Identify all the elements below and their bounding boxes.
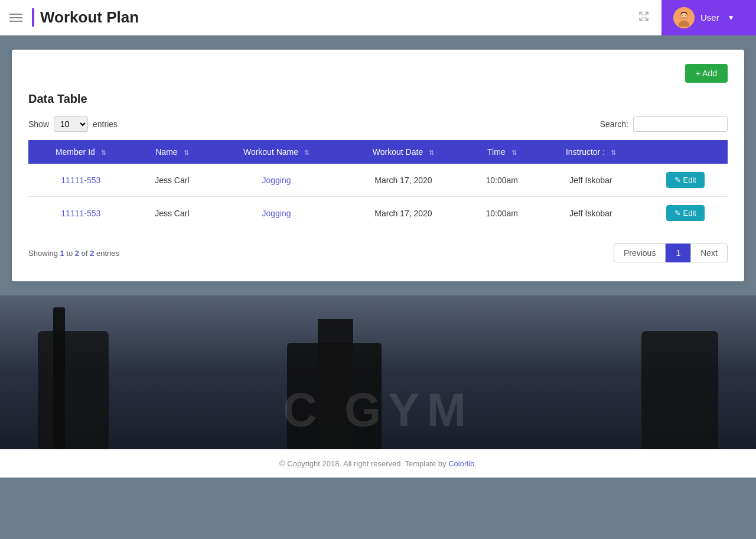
main-content: + Add Data Table Show 10 25 50 100 entri… bbox=[0, 35, 756, 449]
cell-instructor: Jeff Iskobar bbox=[539, 197, 643, 230]
showing-text: Showing 1 to 2 of 2 entries bbox=[28, 249, 119, 258]
col-member-id[interactable]: Member Id ⇅ bbox=[28, 140, 133, 164]
sort-icon-workout-name: ⇅ bbox=[304, 149, 309, 157]
cell-instructor: Jeff Iskobar bbox=[539, 164, 643, 197]
showing-of-label: of bbox=[82, 249, 90, 258]
col-instructor[interactable]: Instructor : ⇅ bbox=[539, 140, 643, 164]
table-row: 11111-553 Jess Carl Jogging March 17, 20… bbox=[28, 164, 728, 197]
next-button[interactable]: Next bbox=[690, 243, 728, 262]
previous-button[interactable]: Previous bbox=[614, 243, 666, 262]
user-menu[interactable]: User ▼ bbox=[662, 0, 756, 35]
col-workout-name[interactable]: Workout Name ⇅ bbox=[211, 140, 342, 164]
cell-member-id: 11111-553 bbox=[28, 164, 133, 197]
page-1-button[interactable]: 1 bbox=[666, 243, 690, 262]
svg-point-5 bbox=[685, 15, 686, 16]
sort-icon-workout-date: ⇅ bbox=[429, 149, 434, 157]
cell-workout-name: Jogging bbox=[211, 164, 342, 197]
col-name[interactable]: Name ⇅ bbox=[133, 140, 211, 164]
col-time[interactable]: Time ⇅ bbox=[465, 140, 539, 164]
page-title: Workout Plan bbox=[32, 8, 139, 27]
showing-to-label: to bbox=[66, 249, 74, 258]
edit-button-0[interactable]: ✎ Edit bbox=[666, 172, 705, 188]
chevron-down-icon: ▼ bbox=[728, 14, 735, 22]
sort-icon-time: ⇅ bbox=[511, 149, 517, 157]
table-body: 11111-553 Jess Carl Jogging March 17, 20… bbox=[28, 164, 728, 229]
cell-workout-date: March 17, 2020 bbox=[342, 164, 465, 197]
cell-name: Jess Carl bbox=[133, 197, 211, 230]
header: Workout Plan User ▼ bbox=[0, 0, 756, 35]
card-toolbar: + Add bbox=[28, 64, 728, 83]
table-row: 11111-553 Jess Carl Jogging March 17, 20… bbox=[28, 197, 728, 230]
avatar bbox=[673, 7, 695, 28]
edit-icon: ✎ bbox=[674, 209, 681, 217]
cell-time: 10:00am bbox=[465, 164, 539, 197]
colorlib-link[interactable]: Colorlib bbox=[448, 459, 474, 468]
pagination-controls: Previous 1 Next bbox=[614, 243, 728, 262]
data-table: Member Id ⇅ Name ⇅ Workout Name ⇅ Workou… bbox=[28, 140, 728, 229]
table-header: Member Id ⇅ Name ⇅ Workout Name ⇅ Workou… bbox=[28, 140, 728, 164]
showing-total: 2 bbox=[90, 249, 94, 258]
cell-time: 10:00am bbox=[465, 197, 539, 230]
header-left: Workout Plan bbox=[0, 8, 139, 27]
cell-workout-date: March 17, 2020 bbox=[342, 197, 465, 230]
sort-icon-instructor: ⇅ bbox=[611, 149, 616, 157]
hamburger-menu[interactable] bbox=[9, 14, 22, 22]
copyright-text: © Copyright 2018. All right reserved. Te… bbox=[279, 459, 448, 468]
footer: © Copyright 2018. All right reserved. Te… bbox=[0, 449, 756, 478]
edit-button-1[interactable]: ✎ Edit bbox=[666, 205, 705, 221]
search-label: Search: bbox=[600, 119, 628, 129]
user-name-label: User bbox=[700, 12, 719, 22]
edit-icon: ✎ bbox=[674, 176, 681, 184]
table-controls: Show 10 25 50 100 entries Search: bbox=[28, 116, 728, 132]
data-table-card: + Add Data Table Show 10 25 50 100 entri… bbox=[12, 50, 744, 281]
footer-period: . bbox=[474, 459, 477, 468]
col-action bbox=[643, 140, 728, 164]
col-workout-date[interactable]: Workout Date ⇅ bbox=[342, 140, 465, 164]
sort-icon-member-id: ⇅ bbox=[101, 149, 106, 157]
expand-icon[interactable] bbox=[638, 10, 650, 25]
pagination-row: Showing 1 to 2 of 2 entries Previous 1 N… bbox=[28, 243, 728, 262]
showing-suffix: entries bbox=[96, 249, 119, 258]
show-entries-control: Show 10 25 50 100 entries bbox=[28, 116, 118, 132]
add-button[interactable]: + Add bbox=[685, 64, 728, 83]
svg-point-4 bbox=[682, 15, 683, 16]
sort-icon-name: ⇅ bbox=[184, 149, 189, 157]
cell-workout-name: Jogging bbox=[211, 197, 342, 230]
showing-prefix: Showing bbox=[28, 249, 60, 258]
member-id-link[interactable]: 11111-553 bbox=[61, 209, 100, 218]
workout-name-link[interactable]: Jogging bbox=[262, 176, 291, 185]
cell-action: ✎ Edit bbox=[643, 164, 728, 197]
search-control: Search: bbox=[600, 116, 728, 132]
show-label: Show bbox=[28, 119, 49, 129]
workout-name-link[interactable]: Jogging bbox=[262, 209, 291, 218]
member-id-link[interactable]: 11111-553 bbox=[61, 176, 100, 185]
cell-member-id: 11111-553 bbox=[28, 197, 133, 230]
entries-label: entries bbox=[93, 119, 118, 129]
gym-background: C GYM bbox=[0, 296, 756, 449]
search-input[interactable] bbox=[633, 116, 728, 132]
showing-to: 2 bbox=[75, 249, 79, 258]
data-table-title: Data Table bbox=[28, 92, 728, 106]
entries-select[interactable]: 10 25 50 100 bbox=[54, 116, 88, 132]
cell-name: Jess Carl bbox=[133, 164, 211, 197]
cell-action: ✎ Edit bbox=[643, 197, 728, 230]
showing-from: 1 bbox=[60, 249, 64, 258]
